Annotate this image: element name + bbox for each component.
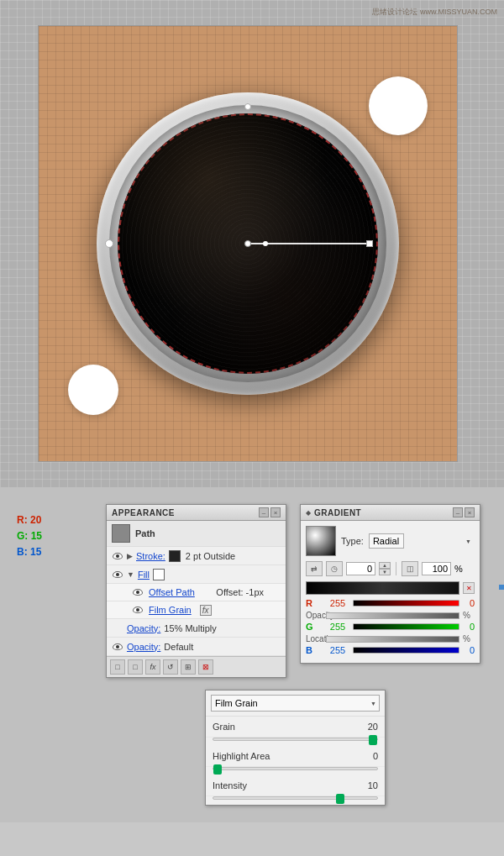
needle-mid-dot	[263, 241, 268, 246]
turntable-left-dot	[105, 239, 113, 248]
opacity-slider[interactable]	[326, 612, 459, 619]
needle-tip-box	[366, 240, 373, 247]
filmgrain-visibility-icon[interactable]	[132, 604, 144, 616]
canvas-area: 思绪设计论坛 www.MISSYUAN.COM	[0, 0, 504, 487]
appearance-panel-controls: – ×	[259, 507, 281, 517]
grain-label: Grain	[213, 722, 353, 732]
gradient-opacity-icon[interactable]: ◫	[402, 561, 418, 576]
grain-slider-thumb	[369, 735, 377, 745]
toolbar-fx-btn[interactable]: fx	[145, 659, 160, 675]
highlight-slider-thumb	[213, 764, 222, 775]
gradient-angle-arrows: ▲ ▼	[379, 562, 391, 575]
offset-path-row: Offset Path Offset: -1px	[107, 584, 286, 601]
highlight-area-value: 0	[358, 751, 378, 761]
blue-slider-value: 255	[326, 645, 349, 655]
gradient-type-select[interactable]: Radial	[369, 533, 404, 549]
spacer	[13, 690, 106, 806]
intensity-slider-row	[206, 796, 385, 805]
green-slider-label: G	[306, 622, 323, 632]
filmgrain-label[interactable]: Film Grain	[149, 605, 192, 615]
filmgrain-eye-icon	[133, 607, 143, 613]
bottom-panels-area: R: 20 G: 15 B: 15 APPEARANCE – × Path	[0, 487, 504, 822]
default-opacity-value: Default	[164, 642, 193, 652]
fx-badge: fx	[200, 605, 212, 616]
highlight-slider-row	[206, 767, 385, 775]
rgb-values: R: 20 G: 15 B: 15	[17, 512, 42, 561]
gradient-preview	[306, 526, 336, 556]
toolbar-reset-btn[interactable]: ↺	[163, 659, 178, 675]
appearance-panel: APPEARANCE – × Path ▶	[106, 504, 286, 678]
appearance-content: Path ▶ Stroke: 2 pt Outside	[107, 521, 286, 656]
stroke-color-swatch[interactable]	[169, 550, 181, 562]
green-slider-row: G 255 0	[306, 622, 475, 632]
location-ctrl-label: Location:	[306, 634, 323, 643]
location-pct-right: %	[463, 634, 475, 643]
red-slider-label: R	[306, 598, 323, 608]
effect-select-wrapper: Film Grain	[211, 695, 380, 712]
intensity-slider[interactable]	[213, 796, 378, 800]
gradient-collapse-btn[interactable]: –	[453, 507, 463, 517]
blue-slider-track[interactable]	[353, 647, 459, 654]
gradient-panel: ◆ GRADIENT – × Type: Radial	[300, 504, 480, 664]
red-slider-row: R 255 0	[306, 598, 475, 608]
offset-value: Offset: -1px	[216, 587, 264, 597]
turntable	[97, 92, 399, 395]
fill-visibility-icon[interactable]	[112, 569, 123, 580]
toolbar-dup-btn[interactable]: ⊞	[181, 659, 196, 675]
stroke-eye-icon	[113, 553, 123, 559]
stroke-label[interactable]: Stroke:	[136, 551, 165, 561]
separator	[396, 562, 396, 575]
gradient-angle-down[interactable]: ▼	[379, 569, 391, 575]
location-controls-row: Location: %	[306, 634, 475, 643]
gradient-close-btn[interactable]: ×	[465, 507, 475, 517]
red-slider-value: 255	[326, 598, 349, 608]
gradient-angle-icon[interactable]: ◷	[326, 561, 343, 576]
fill-label[interactable]: Fill	[138, 570, 150, 580]
red-slider-track[interactable]	[353, 600, 459, 607]
offset-visibility-icon[interactable]	[132, 586, 144, 598]
opacity-label[interactable]: Opacity:	[127, 623, 160, 633]
gradient-reverse-icon[interactable]: ⇄	[306, 561, 323, 576]
default-visibility-icon[interactable]	[112, 641, 123, 653]
green-right-value: 0	[463, 622, 475, 632]
intensity-value: 10	[358, 780, 378, 790]
grain-slider[interactable]	[213, 738, 378, 741]
appearance-collapse-btn[interactable]: –	[259, 507, 269, 517]
offset-eye-icon	[133, 589, 143, 596]
filmgrain-effect-select[interactable]: Film Grain	[211, 695, 380, 712]
toolbar-del-btn[interactable]: ⊠	[198, 659, 213, 675]
gradient-type-select-wrapper: Radial	[369, 533, 475, 549]
stroke-visibility-icon[interactable]	[112, 550, 123, 562]
default-opacity-label[interactable]: Opacity:	[127, 642, 160, 652]
offset-path-label[interactable]: Offset Path	[149, 587, 195, 597]
gradient-angle-input[interactable]	[346, 562, 375, 575]
gradient-opacity-input[interactable]	[422, 562, 451, 575]
gradient-track[interactable]	[306, 581, 459, 595]
gradient-type-row: Type: Radial	[306, 526, 475, 556]
panels-row-2: Film Grain Grain 20 Highlight Area 0	[7, 685, 497, 814]
appearance-close-btn[interactable]: ×	[270, 507, 281, 517]
intensity-label: Intensity	[213, 780, 353, 790]
location-slider[interactable]	[326, 636, 459, 643]
path-label: Path	[135, 528, 155, 538]
green-slider-track[interactable]	[353, 623, 459, 630]
red-right-value: 0	[463, 598, 475, 608]
gradient-panel-controls: – ×	[453, 507, 475, 517]
fill-eye-icon	[113, 571, 123, 578]
filmgrain-row: Film Grain fx	[107, 601, 286, 619]
filmgrain-effect-panel: Film Grain Grain 20 Highlight Area 0	[205, 690, 386, 806]
gradient-angle-up[interactable]: ▲	[379, 562, 391, 569]
highlight-slider[interactable]	[213, 767, 378, 770]
toolbar-new-btn[interactable]: □	[110, 659, 125, 675]
green-slider-value: 255	[326, 622, 349, 632]
default-opacity-row: Opacity: Default	[107, 638, 286, 656]
gradient-panel-header: ◆ GRADIENT – ×	[301, 505, 480, 521]
path-row: Path	[107, 521, 286, 547]
gradient-delete-stop-btn[interactable]: ✕	[463, 582, 475, 594]
needle-base-dot	[244, 240, 251, 247]
fill-color-swatch[interactable]	[153, 569, 165, 580]
appearance-panel-header: APPEARANCE – ×	[107, 505, 286, 521]
rgb-g-value: G: 15	[17, 528, 42, 544]
toolbar-copy-btn[interactable]: □	[128, 659, 143, 675]
gradient-arrow-icon: ◆	[306, 509, 311, 517]
